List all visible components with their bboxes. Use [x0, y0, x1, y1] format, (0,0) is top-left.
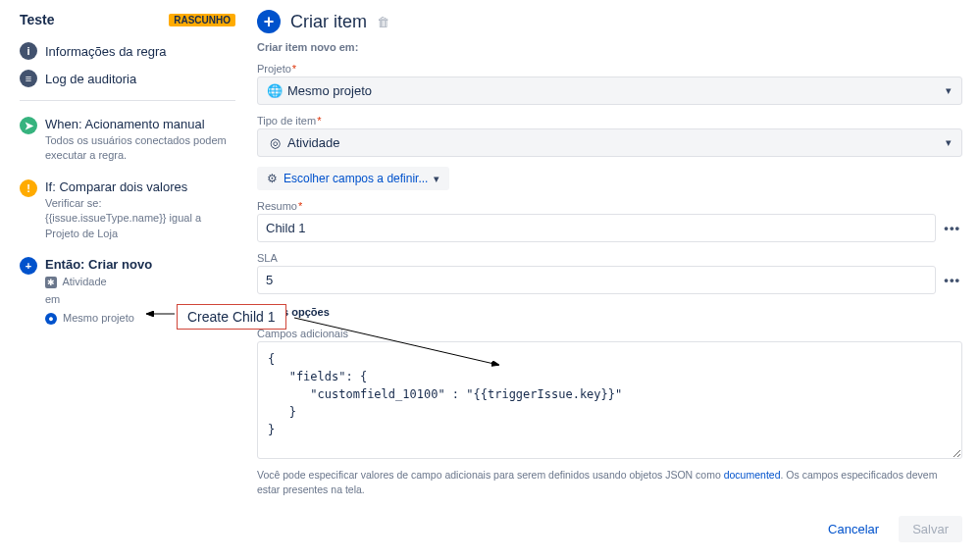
rule-header: Teste RASCUNHO: [20, 12, 235, 27]
sla-label: SLA: [257, 252, 278, 264]
issuetype-mini-icon: ✱: [45, 277, 57, 288]
trigger-icon: ➤: [20, 117, 37, 134]
summary-input[interactable]: [257, 214, 936, 242]
choose-fields-button[interactable]: ⚙ Escolher campos a definir... ▾: [257, 167, 449, 190]
action-project: Mesmo projeto: [63, 312, 134, 324]
documented-link[interactable]: documented: [724, 469, 781, 481]
action-icon: +: [20, 257, 37, 275]
annotation-create-child: Create Child 1: [177, 304, 286, 330]
choose-fields-label: Escolher campos a definir...: [284, 172, 428, 185]
chevron-down-icon: ▾: [946, 136, 952, 149]
step-trigger[interactable]: ➤ When: Acionamento manual Todos os usuá…: [20, 109, 235, 172]
trigger-desc: Todos os usuários conectados podem execu…: [45, 133, 235, 164]
condition-prefix: If:: [45, 179, 56, 194]
plus-circle-icon: +: [257, 10, 281, 33]
globe-icon: 🌐: [268, 84, 282, 98]
more-actions-icon[interactable]: •••: [942, 221, 962, 235]
condition-title: Comparar dois valores: [59, 179, 187, 194]
draft-badge: RASCUNHO: [169, 14, 235, 26]
project-dropdown-value: Mesmo projeto: [287, 83, 372, 98]
action-title: Criar novo: [88, 257, 152, 272]
task-icon: ◎: [268, 136, 282, 150]
info-icon: i: [20, 42, 37, 60]
more-options-toggle[interactable]: Mais opções: [257, 306, 962, 318]
summary-label: Resumo: [257, 200, 297, 212]
nav-rule-info-label: Informações da regra: [45, 44, 167, 59]
project-dropdown[interactable]: 🌐 Mesmo projeto ▾: [257, 76, 962, 105]
trigger-prefix: When:: [45, 117, 82, 131]
chevron-down-icon: ▾: [434, 173, 439, 185]
additional-fields-textarea[interactable]: [257, 341, 962, 459]
save-button[interactable]: Salvar: [899, 516, 962, 542]
itemtype-label: Tipo de item: [257, 115, 316, 127]
panel-title: Criar item: [290, 12, 367, 32]
sla-input[interactable]: [257, 266, 936, 294]
trash-icon[interactable]: 🗑: [377, 15, 389, 29]
rule-name: Teste: [20, 12, 55, 27]
list-icon: ≡: [20, 70, 37, 87]
itemtype-dropdown[interactable]: ◎ Atividade ▾: [257, 128, 962, 157]
condition-line2: {{issue.issueType.name}} igual a Projeto…: [45, 211, 235, 241]
project-label: Projeto: [257, 63, 291, 75]
condition-icon: !: [20, 179, 37, 197]
action-prefix: Então:: [45, 257, 84, 272]
divider: [20, 100, 235, 101]
nav-audit-log-label: Log de auditoria: [45, 72, 136, 86]
help-text: Você pode especificar valores de campo a…: [257, 468, 962, 496]
trigger-title: Acionamento manual: [84, 117, 204, 131]
more-actions-icon[interactable]: •••: [942, 273, 962, 287]
step-condition[interactable]: ! If: Comparar dois valores Verificar se…: [20, 172, 235, 249]
panel-subtitle: Criar item novo em:: [257, 41, 962, 53]
nav-rule-info[interactable]: i Informações da regra: [20, 37, 235, 65]
gear-icon: ⚙: [267, 172, 278, 185]
itemtype-dropdown-value: Atividade: [287, 135, 339, 150]
chevron-down-icon: ▾: [946, 84, 952, 97]
cancel-button[interactable]: Cancelar: [820, 516, 887, 542]
action-type: Atividade: [62, 276, 106, 287]
project-mini-icon: ●: [45, 313, 57, 325]
condition-line1: Verificar se:: [45, 196, 235, 211]
nav-audit-log[interactable]: ≡ Log de auditoria: [20, 65, 235, 92]
